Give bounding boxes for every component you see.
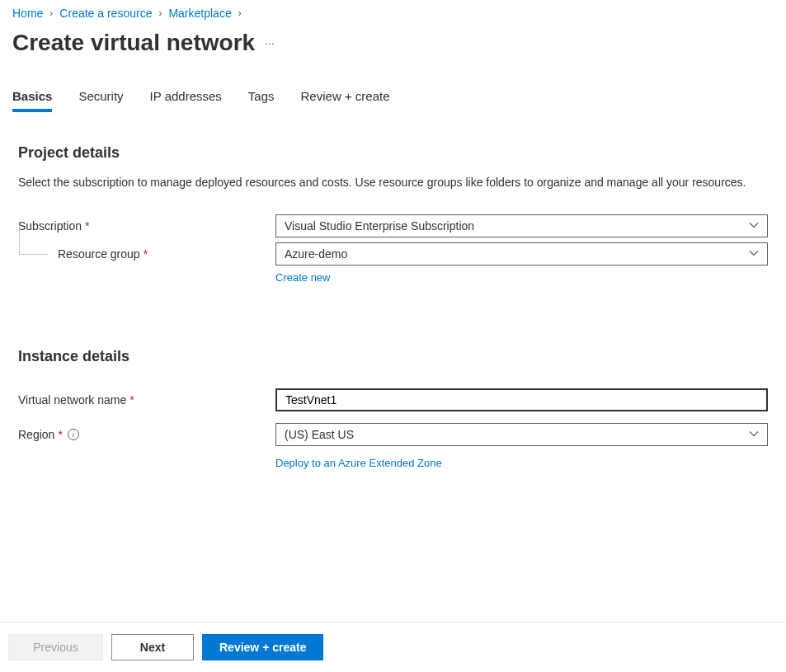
subscription-select[interactable]: Visual Studio Enterprise Subscription [275, 214, 768, 237]
tab-basics[interactable]: Basics [12, 89, 52, 111]
region-label: Region* i [18, 428, 275, 441]
info-icon[interactable]: i [68, 429, 79, 440]
project-details-description: Select the subscription to manage deploy… [18, 175, 768, 191]
chevron-right-icon: › [158, 7, 162, 19]
project-details-section: Project details Select the subscription … [18, 144, 768, 284]
region-select[interactable]: (US) East US [275, 423, 768, 446]
chevron-down-icon [749, 219, 759, 233]
breadcrumb: Home › Create a resource › Marketplace › [0, 0, 786, 20]
vnet-name-label: Virtual network name* [18, 393, 275, 406]
resource-group-select[interactable]: Azure-demo [275, 242, 768, 266]
tab-security[interactable]: Security [78, 89, 123, 111]
instance-details-title: Instance details [18, 348, 768, 365]
chevron-right-icon: › [49, 7, 53, 19]
breadcrumb-marketplace[interactable]: Marketplace [168, 7, 231, 20]
chevron-down-icon [749, 428, 759, 441]
tab-review-create[interactable]: Review + create [301, 89, 390, 111]
next-button[interactable]: Next [111, 634, 194, 660]
footer: Previous Next Review + create [0, 622, 786, 672]
review-create-button[interactable]: Review + create [202, 634, 323, 660]
create-new-link[interactable]: Create new [275, 271, 330, 284]
tab-ip-addresses[interactable]: IP addresses [150, 89, 222, 111]
subscription-label: Subscription* [18, 219, 275, 233]
vnet-name-input[interactable] [275, 388, 768, 411]
tab-tags[interactable]: Tags [248, 89, 275, 111]
more-icon[interactable]: ··· [265, 36, 275, 49]
resource-group-label: Resource group* [18, 247, 148, 261]
chevron-down-icon [749, 247, 759, 261]
breadcrumb-home[interactable]: Home [12, 7, 43, 20]
previous-button: Previous [8, 634, 103, 660]
breadcrumb-create-resource[interactable]: Create a resource [59, 7, 152, 20]
page-header: Create virtual network ··· [0, 20, 786, 73]
instance-details-section: Instance details Virtual network name* R… [18, 348, 768, 469]
page-title: Create virtual network [12, 30, 255, 56]
chevron-right-icon: › [238, 7, 242, 19]
tabs: Basics Security IP addresses Tags Review… [0, 73, 786, 111]
project-details-title: Project details [18, 144, 768, 162]
deploy-extended-zone-link[interactable]: Deploy to an Azure Extended Zone [275, 457, 442, 469]
